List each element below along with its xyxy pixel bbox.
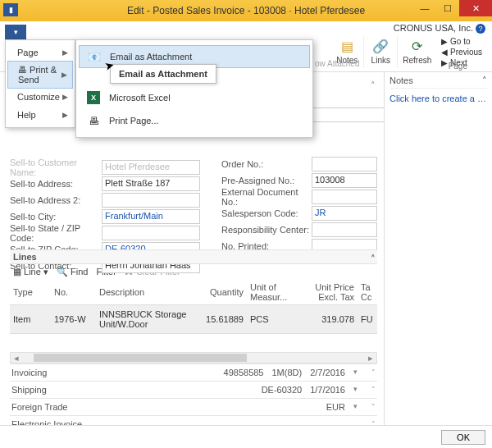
field-extdoc[interactable] (312, 190, 377, 204)
tooltip-email-attachment: Email as Attachment (110, 64, 216, 84)
notes-icon: ▤ (335, 36, 358, 56)
show-attached-caption: ow Attached (315, 59, 359, 68)
app-menu: Page▶ 🖶 Print & Send▶ Customize▶ Help▶ (5, 39, 75, 128)
field-customer-name[interactable]: Hotel Pferdesee (102, 160, 200, 175)
lines-header[interactable]: Lines˄ (10, 249, 377, 264)
fasttab-shipping[interactable]: Shipping DE-603201/7/2016▾ ˅ (10, 381, 377, 398)
col-type[interactable]: Type (10, 280, 51, 305)
minimize-button[interactable]: — (413, 0, 436, 16)
maximize-button[interactable]: ☐ (436, 0, 459, 16)
scroll-thumb[interactable] (34, 354, 247, 362)
label-preassigned: Pre-Assigned No.: (221, 176, 312, 185)
stub-field[interactable] (312, 107, 384, 122)
chevron-down-icon: ▾ (353, 385, 358, 395)
print-send-submenu: 📧 Email as Attachment X Microsoft Excel … (75, 39, 313, 138)
chevron-down-icon: ▾ (353, 368, 358, 377)
email-icon: 📧 (87, 50, 102, 63)
ok-button[interactable]: OK (441, 430, 485, 445)
chevron-up-icon[interactable]: ˄ (482, 75, 487, 86)
col-tax[interactable]: Ta Cc (358, 280, 377, 305)
refresh-icon: ⟳ (406, 36, 429, 56)
field-address2[interactable] (102, 193, 200, 208)
company-name[interactable]: CRONUS USA, Inc. ? (394, 23, 485, 34)
chevron-down-icon: ▾ (353, 402, 358, 412)
footer: OK (0, 425, 492, 448)
table-header: Type No. Description Quantity Unit of Me… (10, 280, 377, 305)
label-address2: Sell-to Address 2: (10, 195, 102, 205)
field-preassigned[interactable]: 103008 (312, 173, 377, 188)
chevron-down-icon[interactable]: ˅ (369, 386, 377, 394)
horizontal-scrollbar[interactable]: ◂ ▸ (10, 352, 377, 363)
field-order-no[interactable] (312, 157, 377, 171)
chevron-up-icon[interactable]: ˄ (371, 80, 376, 91)
previous-action[interactable]: ◀ Previous (441, 47, 482, 57)
col-uom[interactable]: Unit of Measur... (247, 280, 292, 305)
label-customer-name: Sell-to Customer Name: (10, 158, 102, 177)
label-state-zip: Sell-to State / ZIP Code: (10, 223, 102, 243)
notes-create-link[interactable]: Click here to create a new n... (390, 94, 487, 103)
submenu-excel[interactable]: X Microsoft Excel (76, 86, 312, 109)
excel-icon: X (86, 91, 101, 104)
table-row[interactable]: Item 1976-W INNSBRUCK Storage Unit/W.Doo… (10, 305, 377, 334)
menu-customize[interactable]: Customize▶ (6, 88, 75, 106)
close-button[interactable]: ✕ (459, 0, 492, 16)
field-salesperson[interactable]: JR (312, 206, 377, 221)
page-group-caption: Page (449, 62, 467, 71)
titlebar: ▮ Edit - Posted Sales Invoice - 103008 ·… (0, 0, 492, 21)
label-order-no: Order No.: (221, 159, 312, 169)
menu-help[interactable]: Help▶ (6, 106, 75, 124)
app-menu-button[interactable]: ▾ (5, 25, 26, 39)
help-icon[interactable]: ? (476, 24, 485, 34)
refresh-action[interactable]: ⟳ Refresh (397, 36, 436, 68)
notes-header: Notes (390, 75, 413, 86)
scroll-left-icon[interactable]: ◂ (11, 353, 22, 363)
label-salesperson: Salesperson Code: (221, 208, 312, 218)
label-city: Sell-to City: (10, 212, 102, 222)
field-city[interactable]: Frankfurt/Main (102, 209, 200, 224)
fasttab-electronic-invoice[interactable]: Electronic Invoice ˅ (10, 415, 377, 425)
col-no[interactable]: No. (51, 280, 96, 305)
fasttab-foreign-trade[interactable]: Foreign Trade EUR▾ ˅ (10, 398, 377, 415)
field-state-zip[interactable] (102, 226, 200, 240)
scroll-right-icon[interactable]: ▸ (365, 353, 376, 363)
app-icon: ▮ (3, 3, 18, 16)
chevron-down-icon[interactable]: ˅ (369, 403, 377, 411)
chevron-up-icon[interactable]: ˄ (371, 254, 376, 264)
chevron-down-icon[interactable]: ˅ (369, 368, 377, 377)
field-address[interactable]: Plett Straße 187 (102, 176, 200, 191)
window-title: Edit - Posted Sales Invoice - 103008 · H… (127, 5, 365, 16)
label-extdoc: External Document No.: (221, 187, 312, 207)
lines-table: Type No. Description Quantity Unit of Me… (10, 280, 377, 334)
links-action[interactable]: 🔗 Links (363, 36, 397, 68)
window-buttons: — ☐ ✕ (413, 0, 492, 16)
links-icon: 🔗 (369, 36, 392, 56)
fasttab-invoicing[interactable]: Invoicing 498585851M(8D)2/7/2016▾ ˅ (10, 363, 377, 381)
notes-factbox: Notes˄ Click here to create a new n... (384, 72, 492, 425)
printer-icon: 🖶 (86, 114, 101, 127)
menu-page[interactable]: Page▶ (6, 43, 75, 62)
submenu-print-page[interactable]: 🖶 Print Page... (76, 109, 312, 132)
col-desc[interactable]: Description (96, 280, 202, 305)
col-qty[interactable]: Quantity (202, 280, 247, 305)
field-respcenter[interactable] (312, 222, 377, 237)
menu-print-send[interactable]: 🖶 Print & Send▶ (7, 61, 73, 89)
label-respcenter: Responsibility Center: (221, 225, 312, 235)
col-price[interactable]: Unit Price Excl. Tax (292, 280, 358, 305)
goto-action[interactable]: ▶ Go to (441, 36, 482, 47)
label-address: Sell-to Address: (10, 179, 102, 189)
